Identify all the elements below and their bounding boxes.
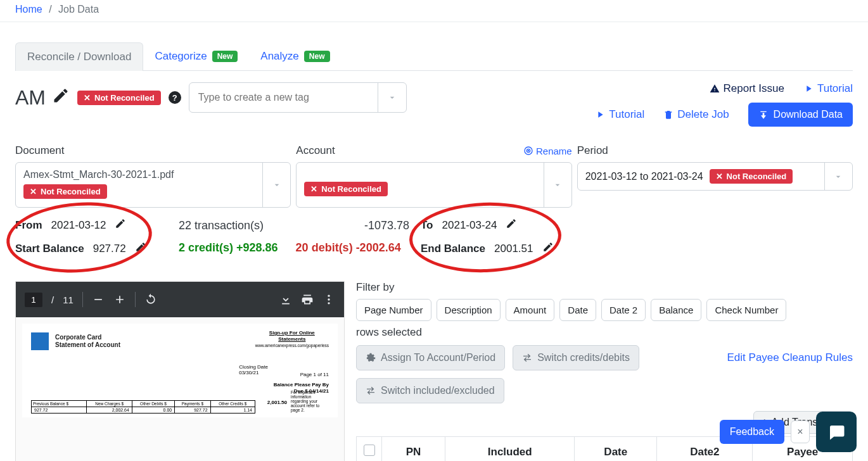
- breadcrumb-home[interactable]: Home: [15, 4, 42, 15]
- debits-summary: 20 debit(s) -2002.64: [296, 241, 401, 255]
- toolbar-divider: [82, 292, 83, 307]
- chevron-down-icon[interactable]: [824, 163, 852, 190]
- svg-point-3: [328, 302, 329, 304]
- chip-page-number[interactable]: Page Number: [356, 299, 431, 321]
- tag-input[interactable]: [189, 84, 378, 111]
- to-value: 2021-03-24: [442, 219, 497, 232]
- x-icon: ✕: [716, 172, 723, 181]
- not-reconciled-badge: ✕ Not Reconciled: [77, 91, 161, 105]
- pdf-page-preview[interactable]: Corporate CardStatement of Account Sign-…: [22, 324, 338, 417]
- assign-button[interactable]: Assign To Account/Period: [356, 345, 505, 370]
- chat-widget-icon[interactable]: [816, 412, 857, 452]
- pdf-mini-table: Previous Balance $ New Charges $ Other D…: [31, 400, 255, 414]
- select-all-header[interactable]: [357, 437, 382, 462]
- tutorial-link-top[interactable]: Tutorial: [803, 82, 853, 95]
- chip-amount[interactable]: Amount: [506, 299, 555, 321]
- edit-from-icon[interactable]: [115, 218, 126, 232]
- period-column: Period 2021-03-12 to 2021-03-24 ✕ Not Re…: [577, 144, 853, 208]
- chip-check-number[interactable]: Check Number: [706, 299, 786, 321]
- start-balance-label: Start Balance: [15, 243, 84, 255]
- middle-stats: 22 transaction(s) -1073.78 2 credit(s) +…: [167, 219, 421, 255]
- tab-categorize-label: Categorize: [155, 50, 207, 63]
- feedback-button[interactable]: Feedback: [720, 420, 784, 444]
- pdf-toolbar: / 11: [16, 282, 344, 317]
- download-pdf-icon[interactable]: [279, 293, 292, 306]
- help-icon[interactable]: ?: [169, 91, 181, 104]
- edit-payee-link[interactable]: Edit Payee Cleanup Rules: [727, 351, 853, 364]
- tab-categorize[interactable]: Categorize New: [143, 42, 249, 70]
- x-icon: ✕: [84, 93, 91, 103]
- col-pn[interactable]: PN: [382, 437, 445, 462]
- pdf-page-sep: /: [51, 294, 54, 305]
- pdf-balance-note: For important information regarding your…: [291, 390, 329, 412]
- header-links-bottom: Tutorial Delete Job Download Data: [595, 103, 853, 127]
- tab-reconcile[interactable]: Reconcile / Download: [15, 42, 143, 71]
- chevron-down-icon[interactable]: [262, 163, 290, 207]
- more-icon[interactable]: [322, 293, 335, 306]
- chip-description[interactable]: Description: [437, 299, 501, 321]
- edit-start-balance-icon[interactable]: [135, 241, 146, 256]
- pdf-signup-box: Sign-up For Online Statements www.americ…: [255, 330, 329, 348]
- header-right: Report Issue Tutorial Tutorial Delete Jo…: [595, 82, 853, 127]
- document-value: Amex-Stmt_March-30-2021-1.pdf: [23, 169, 174, 180]
- pdf-page-input[interactable]: [25, 293, 42, 307]
- checkbox-icon[interactable]: [364, 445, 375, 456]
- breadcrumb-current: Job Data: [58, 4, 99, 15]
- col-included[interactable]: Included: [445, 437, 575, 462]
- col-date[interactable]: Date: [575, 437, 657, 462]
- switch-included-excluded-button[interactable]: Switch included/excluded: [356, 378, 504, 403]
- end-balance-value: 2001.51: [494, 243, 533, 255]
- toolbar-divider: [135, 292, 136, 307]
- chevron-down-icon[interactable]: [544, 163, 571, 207]
- download-data-button[interactable]: Download Data: [748, 103, 853, 127]
- document-label: Document: [15, 144, 291, 157]
- action-row-1: Assign To Account/Period Switch credits/…: [356, 345, 853, 370]
- report-issue-link[interactable]: Report Issue: [710, 82, 784, 95]
- header-left: AM ✕ Not Reconciled ?: [15, 82, 407, 113]
- svg-point-2: [328, 298, 329, 300]
- account-label: Account Rename: [296, 144, 571, 157]
- rotate-icon[interactable]: [144, 293, 157, 306]
- chevron-down-icon[interactable]: [378, 83, 406, 112]
- tab-analyze-label: Analyze: [260, 50, 298, 63]
- from-block: From 2021-03-12 Start Balance 927.72: [15, 218, 167, 256]
- credits-summary: 2 credit(s) +928.86: [179, 241, 278, 255]
- chip-date[interactable]: Date: [559, 299, 596, 321]
- period-select[interactable]: 2021-03-12 to 2021-03-24 ✕ Not Reconcile…: [577, 162, 853, 191]
- breadcrumb-separator: /: [49, 4, 51, 15]
- job-title-text: AM: [15, 86, 46, 110]
- filter-chips: Page Number Description Amount Date Date…: [356, 299, 853, 321]
- tutorial-link-bottom[interactable]: Tutorial: [595, 103, 644, 127]
- tab-analyze[interactable]: Analyze New: [249, 42, 341, 70]
- switch-credits-debits-button[interactable]: Switch credits/debits: [513, 345, 639, 370]
- selects-row: Document Amex-Stmt_March-30-2021-1.pdf ✕…: [0, 127, 868, 208]
- document-select[interactable]: Amex-Stmt_March-30-2021-1.pdf ✕ Not Reco…: [15, 162, 291, 208]
- transaction-count: 22 transaction(s): [179, 219, 264, 232]
- document-column: Document Amex-Stmt_March-30-2021-1.pdf ✕…: [15, 144, 291, 208]
- chip-balance[interactable]: Balance: [651, 299, 701, 321]
- delete-job-link[interactable]: Delete Job: [663, 103, 729, 127]
- pdf-balance-number: 2,001.50: [267, 400, 287, 405]
- edit-end-balance-icon[interactable]: [542, 241, 554, 256]
- not-reconciled-badge: ✕ Not Reconciled: [710, 169, 793, 184]
- svg-point-1: [328, 295, 329, 297]
- print-icon[interactable]: [301, 293, 314, 306]
- zoom-in-icon[interactable]: [113, 293, 126, 306]
- header-links-top: Report Issue Tutorial: [710, 82, 853, 95]
- amex-logo: [31, 332, 49, 350]
- rows-selected-label: rows selected: [356, 326, 853, 339]
- period-value: 2021-03-12 to 2021-03-24: [585, 171, 703, 182]
- edit-to-icon[interactable]: [506, 218, 517, 232]
- start-balance-value: 927.72: [93, 243, 126, 255]
- zoom-out-icon[interactable]: [92, 293, 105, 306]
- close-feedback-button[interactable]: ×: [791, 420, 810, 443]
- chip-date2[interactable]: Date 2: [601, 299, 646, 321]
- edit-title-icon[interactable]: [52, 86, 70, 110]
- rename-link[interactable]: Rename: [523, 146, 572, 156]
- tag-select[interactable]: [189, 82, 407, 113]
- account-select[interactable]: ✕ Not Reconciled: [296, 162, 571, 208]
- to-block: To 2021-03-24 End Balance 2001.51: [421, 218, 573, 256]
- end-balance-label: End Balance: [421, 243, 485, 255]
- x-icon: ✕: [310, 184, 317, 194]
- account-column: Account Rename ✕ Not Reconciled: [296, 144, 571, 208]
